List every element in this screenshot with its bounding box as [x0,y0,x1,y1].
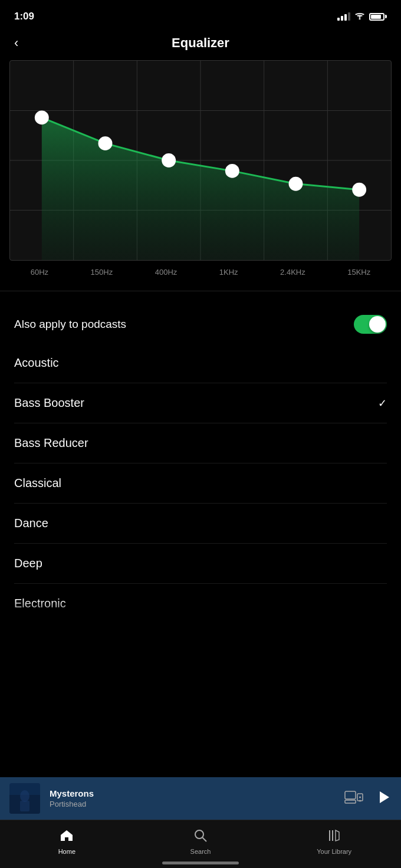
bottom-nav: Home Search Your Library [0,820,401,868]
signal-bars-icon [337,12,350,21]
preset-name-bass-reducer: Bass Reducer [14,436,88,450]
eq-svg [10,61,391,260]
freq-label-60hz: 60Hz [31,268,48,277]
now-playing-info: Mysterons Portishead [40,788,344,808]
library-icon [327,829,341,846]
preset-name-dance: Dance [14,517,48,530]
nav-item-home[interactable]: Home [0,824,134,855]
frequency-labels: 60Hz 150Hz 400Hz 1KHz 2.4KHz 15KHz [0,261,401,277]
nav-label-home: Home [58,848,75,855]
freq-label-2_4khz: 2.4KHz [280,268,305,277]
search-icon [194,829,207,846]
svg-rect-20 [345,800,356,803]
equalizer-chart[interactable] [9,60,392,261]
nav-item-library[interactable]: Your Library [267,824,401,855]
device-icon[interactable] [344,790,363,807]
nav-label-search: Search [190,848,211,855]
nav-label-library: Your Library [317,848,351,855]
svg-point-0 [359,18,361,20]
preset-item-dance[interactable]: Dance [14,504,387,544]
freq-label-400hz: 400Hz [155,268,178,277]
svg-rect-18 [20,801,29,811]
svg-point-10 [98,136,113,150]
svg-point-25 [195,830,203,839]
podcast-toggle-row: Also apply to podcasts [0,305,401,343]
preset-name-classical: Classical [14,476,61,490]
header: ‹ Equalizer [0,29,401,60]
preset-item-bass-booster[interactable]: Bass Booster ✓ [14,383,387,423]
preset-item-deep[interactable]: Deep [14,544,387,584]
svg-point-9 [35,111,49,125]
freq-label-150hz: 150Hz [91,268,113,277]
play-button[interactable] [375,789,392,808]
preset-name-bass-booster: Bass Booster [14,396,84,410]
svg-rect-19 [345,791,356,799]
back-button[interactable]: ‹ [14,35,18,51]
preset-name-acoustic: Acoustic [14,356,59,370]
page-title: Equalizer [172,35,229,51]
check-icon-bass-booster: ✓ [378,397,387,410]
preset-list: Acoustic Bass Booster ✓ Bass Reducer Cla… [0,343,401,623]
svg-point-13 [289,177,303,191]
svg-line-26 [203,837,207,841]
freq-label-15khz: 15KHz [347,268,370,277]
divider-1 [0,291,401,291]
svg-marker-24 [380,791,389,803]
now-playing-artist: Portishead [50,800,335,808]
svg-point-17 [20,790,29,802]
toggle-knob [369,316,386,333]
podcast-toggle-switch[interactable] [354,315,387,334]
status-bar: 1:09 [0,0,401,29]
svg-point-23 [359,797,361,798]
svg-point-22 [359,800,361,802]
battery-icon [369,13,387,21]
nav-item-search[interactable]: Search [134,824,268,855]
preset-item-acoustic[interactable]: Acoustic [14,343,387,383]
status-icons [337,11,387,22]
preset-item-electronic[interactable]: Electronic [14,584,387,623]
preset-item-bass-reducer[interactable]: Bass Reducer [14,423,387,463]
svg-point-11 [162,153,176,167]
now-playing-artwork [9,783,40,814]
wifi-icon [354,11,366,22]
freq-label-1khz: 1KHz [219,268,238,277]
preset-name-deep: Deep [14,557,42,570]
home-indicator [162,862,239,864]
now-playing-title: Mysterons [50,788,335,798]
now-playing-bar[interactable]: Mysterons Portishead [0,777,401,820]
podcast-toggle-label: Also apply to podcasts [14,318,126,331]
preset-name-electronic: Electronic [14,597,66,610]
preset-item-classical[interactable]: Classical [14,463,387,504]
svg-point-12 [225,164,239,178]
home-icon [60,829,74,846]
now-playing-controls [344,789,392,808]
status-time: 1:09 [14,11,34,22]
svg-point-14 [352,183,366,197]
